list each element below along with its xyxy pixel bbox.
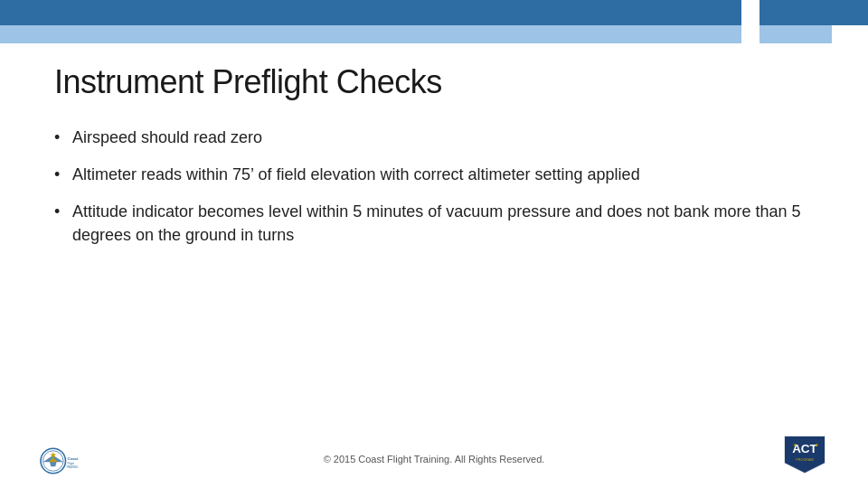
header-square-dark: [760, 0, 868, 25]
coast-flight-logo-icon: Coast Flight TRAINING: [36, 443, 81, 479]
bullet-list: Airspeed should read zero Altimeter read…: [54, 127, 814, 247]
coast-flight-logo: Coast Flight TRAINING: [36, 443, 81, 479]
svg-text:TRAINING: TRAINING: [66, 465, 78, 469]
svg-text:Flight: Flight: [67, 462, 74, 465]
act-logo: ACT PROGRAM ★ ★: [778, 432, 832, 481]
footer-copyright: © 2015 Coast Flight Training. All Rights…: [324, 454, 545, 465]
bullet-item-1: Airspeed should read zero: [54, 127, 814, 149]
header-bar-light: [0, 25, 741, 43]
header-bar-dark: [0, 0, 741, 25]
svg-text:PROGRAM: PROGRAM: [796, 458, 813, 462]
bullet-item-2: Altimeter reads within 75’ of field elev…: [54, 164, 814, 186]
bullet-item-3: Attitude indicator becomes level within …: [54, 201, 814, 246]
slide-title: Instrument Preflight Checks: [54, 63, 814, 101]
header-decoration: [0, 0, 868, 43]
svg-text:Coast: Coast: [67, 456, 79, 461]
header-square-light: [760, 25, 832, 43]
footer: © 2015 Coast Flight Training. All Rights…: [0, 429, 868, 488]
act-logo-icon: ACT PROGRAM ★ ★: [778, 432, 832, 477]
slide-content: Instrument Preflight Checks Airspeed sho…: [54, 63, 814, 425]
